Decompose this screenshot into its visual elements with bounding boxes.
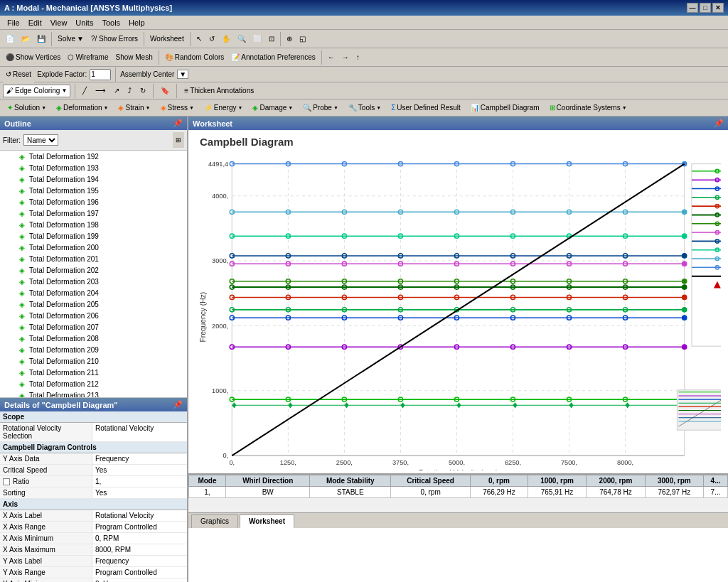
arrow-btn-3[interactable]: ↑ (353, 50, 363, 65)
line-tool-2[interactable]: ⟶ (92, 83, 108, 99)
detail-val-y-axis[interactable]: Frequency (92, 453, 187, 464)
detail-val-critical[interactable]: Yes (92, 465, 187, 475)
close-button[interactable]: ✕ (712, 3, 724, 13)
window-controls[interactable]: — □ ✕ (687, 3, 724, 13)
deformation-button[interactable]: ◈ Deformation ▼ (52, 101, 112, 115)
tree-item-195[interactable]: ◈ Total Deformation 195 (0, 185, 187, 196)
detail-val-x-min[interactable]: 0, RPM (92, 533, 187, 544)
fit-button[interactable]: ⊡ (266, 31, 277, 47)
detail-val-x-max[interactable]: 8000, RPM (92, 544, 187, 555)
tree-item-199[interactable]: ◈ Total Deformation 199 (0, 230, 187, 242)
zoom-button[interactable]: 🔍 (235, 31, 249, 47)
detail-val-x-range[interactable]: Program Controlled (92, 522, 187, 532)
cursor-button[interactable]: ↖ (193, 31, 205, 47)
edge-coloring-button[interactable]: 🖌 Edge Coloring ▼ (3, 85, 70, 97)
arrow-btn-1[interactable]: ← (325, 50, 338, 65)
tree-item-194[interactable]: ◈ Total Deformation 194 (0, 173, 187, 185)
reset-button[interactable]: ↺ Reset (3, 67, 34, 82)
tools-arrow[interactable]: ▼ (376, 105, 381, 110)
save-button[interactable]: 💾 (34, 31, 48, 47)
tree-item-205[interactable]: ◈ Total Deformation 205 (0, 298, 187, 310)
detail-val-y-range[interactable]: Program Controlled (92, 567, 187, 578)
menu-file[interactable]: File (3, 17, 24, 28)
tree-item-200[interactable]: ◈ Total Deformation 200 (0, 242, 187, 253)
detail-val-rot-vel-sel[interactable]: Rotational Velocity (92, 423, 187, 441)
strain-button[interactable]: ◈ Strain ▼ (114, 101, 154, 115)
outline-tree[interactable]: ◈ Total Deformation 192 ◈ Total Deformat… (0, 151, 187, 398)
tree-item-201[interactable]: ◈ Total Deformation 201 (0, 253, 187, 264)
solve-dropdown-arrow[interactable]: ▼ (77, 35, 84, 43)
worksheet-pin[interactable]: 📌 (714, 119, 724, 128)
zoom-box-button[interactable]: ⬜ (250, 31, 264, 47)
tree-item-210[interactable]: ◈ Total Deformation 210 (0, 355, 187, 367)
solution-button[interactable]: ✦ Solution ▼ (3, 101, 50, 115)
wireframe-button[interactable]: ⬡ Wireframe (65, 50, 111, 65)
tree-item-202[interactable]: ◈ Total Deformation 202 (0, 264, 187, 276)
filter-select[interactable]: Name (23, 134, 58, 146)
ratio-checkbox[interactable] (3, 478, 10, 485)
detail-val-y-label[interactable]: Frequency (92, 556, 187, 566)
assembly-dropdown[interactable]: ▼ (177, 70, 188, 79)
tree-item-211[interactable]: ◈ Total Deformation 211 (0, 367, 187, 378)
tree-item-192[interactable]: ◈ Total Deformation 192 (0, 151, 187, 162)
tab-worksheet[interactable]: Worksheet (240, 514, 294, 528)
new-button[interactable]: 📄 (3, 31, 17, 47)
tree-item-203[interactable]: ◈ Total Deformation 203 (0, 276, 187, 287)
stress-button[interactable]: ◈ Stress ▼ (156, 101, 198, 115)
show-errors-button[interactable]: ?/ Show Errors (88, 31, 141, 47)
random-colors-button[interactable]: 🎨 Random Colors (162, 50, 227, 65)
line-tool-5[interactable]: ↻ (137, 83, 149, 99)
probe-arrow[interactable]: ▼ (333, 105, 338, 110)
solve-button[interactable]: Solve ▼ (55, 31, 87, 47)
tree-item-198[interactable]: ◈ Total Deformation 198 (0, 219, 187, 230)
center-button[interactable]: ⊕ (284, 31, 295, 47)
arrow-btn-2[interactable]: → (339, 50, 352, 65)
tab-graphics[interactable]: Graphics (191, 514, 238, 528)
detail-val-sorting[interactable]: Yes (92, 487, 187, 498)
tree-item-197[interactable]: ◈ Total Deformation 197 (0, 208, 187, 219)
worksheet-button[interactable]: Worksheet (147, 31, 187, 47)
outline-pin[interactable]: 📌 (173, 119, 183, 128)
campbell-button[interactable]: 📊 Campbell Diagram (466, 101, 544, 115)
probe-button[interactable]: 🔍 Probe ▼ (299, 101, 343, 115)
bookmark-btn[interactable]: 🔖 (158, 83, 172, 99)
damage-button[interactable]: ◈ Damage ▼ (248, 101, 297, 115)
rotate-button[interactable]: ↺ (206, 31, 218, 47)
annotation-prefs-button[interactable]: 📝 Annotation Preferences (228, 50, 318, 65)
detail-val-ratio[interactable]: 1, (92, 476, 187, 487)
tree-item-193[interactable]: ◈ Total Deformation 193 (0, 162, 187, 173)
show-mesh-button[interactable]: Show Mesh (113, 50, 156, 65)
pan-button[interactable]: ✋ (219, 31, 233, 47)
outline-expand[interactable]: ⊞ (173, 132, 184, 148)
solution-arrow[interactable]: ▼ (41, 105, 46, 110)
open-button[interactable]: 📂 (18, 31, 33, 47)
thicken-btn[interactable]: ≡ Thicken Annotations (181, 83, 257, 99)
energy-button[interactable]: ⚡ Energy ▼ (200, 101, 247, 115)
edge-coloring-arrow[interactable]: ▼ (61, 87, 67, 94)
tree-item-207[interactable]: ◈ Total Deformation 207 (0, 321, 187, 333)
tree-item-204[interactable]: ◈ Total Deformation 204 (0, 287, 187, 298)
table-row-1[interactable]: 1, BW STABLE 0, rpm 766,29 Hz 765,91 Hz … (189, 487, 728, 498)
menu-units[interactable]: Units (71, 17, 97, 28)
strain-arrow[interactable]: ▼ (146, 105, 151, 110)
menu-tools[interactable]: Tools (97, 17, 124, 28)
minimize-button[interactable]: — (687, 3, 698, 13)
show-vertices-button[interactable]: ⚫ Show Vertices (3, 50, 63, 65)
tree-item-212[interactable]: ◈ Total Deformation 212 (0, 378, 187, 389)
tree-item-213[interactable]: ◈ Total Deformation 213 (0, 389, 187, 398)
menu-view[interactable]: View (46, 17, 72, 28)
explode-input[interactable] (90, 69, 111, 80)
line-tool-4[interactable]: ⤴ (125, 83, 134, 99)
menu-edit[interactable]: Edit (24, 17, 46, 28)
details-pin[interactable]: 📌 (173, 400, 183, 409)
damage-arrow[interactable]: ▼ (288, 105, 293, 110)
tools-button[interactable]: 🔧 Tools ▼ (344, 101, 385, 115)
detail-val-y-min[interactable]: 0, Hz (92, 578, 187, 582)
tree-item-206[interactable]: ◈ Total Deformation 206 (0, 310, 187, 321)
energy-arrow[interactable]: ▼ (238, 105, 243, 110)
menu-help[interactable]: Help (124, 17, 149, 28)
user-defined-button[interactable]: Σ User Defined Result (387, 101, 465, 115)
deformation-arrow[interactable]: ▼ (104, 105, 109, 110)
tree-item-196[interactable]: ◈ Total Deformation 196 (0, 196, 187, 208)
tree-item-208[interactable]: ◈ Total Deformation 208 (0, 333, 187, 344)
